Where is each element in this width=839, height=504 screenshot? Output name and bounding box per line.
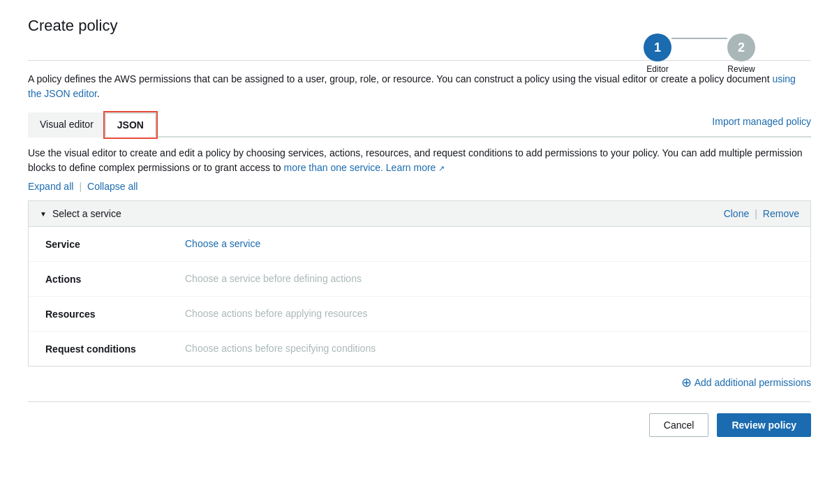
step-2: 2 Review <box>727 34 755 74</box>
collapse-all-link[interactable]: Collapse all <box>87 181 138 192</box>
policy-description: A policy defines the AWS permissions tha… <box>28 72 811 101</box>
step-2-circle: 2 <box>727 34 755 61</box>
request-conditions-label: Request conditions <box>45 343 185 355</box>
expand-all-link[interactable]: Expand all <box>28 181 73 192</box>
permission-row-service: Service Choose a service <box>29 227 810 262</box>
request-conditions-placeholder: Choose actions before specifying conditi… <box>185 343 376 354</box>
tab-json[interactable]: JSON <box>105 112 156 138</box>
cancel-button[interactable]: Cancel <box>649 413 709 437</box>
resources-placeholder: Choose actions before applying resources <box>185 308 368 319</box>
permission-block: ▼ Select a service Clone | Remove Servic… <box>28 200 811 366</box>
step-1-circle: 1 <box>644 34 671 61</box>
tabs-container: Visual editor JSON <box>28 112 156 136</box>
review-policy-button[interactable]: Review policy <box>717 413 811 437</box>
stepper: 1 Editor 2 Review <box>644 34 755 74</box>
permission-row-actions: Actions Choose a service before defining… <box>29 262 810 297</box>
learn-more-link[interactable]: Learn more ↗ <box>386 162 445 173</box>
permission-block-actions: Clone | Remove <box>724 208 799 219</box>
visual-editor-description: Use the visual editor to create and edit… <box>28 138 811 181</box>
more-than-one-service-link[interactable]: more than one service. <box>284 162 383 173</box>
actions-label: Actions <box>45 273 185 285</box>
page-title: Create policy <box>28 17 117 35</box>
add-permissions-row: ⊕ Add additional permissions <box>28 375 811 390</box>
add-permissions-label: Add additional permissions <box>695 377 811 388</box>
footer-actions: Cancel Review policy <box>28 401 811 437</box>
clone-link[interactable]: Clone <box>724 208 750 219</box>
external-link-icon: ↗ <box>438 164 445 172</box>
description-text-part1: A policy defines the AWS permissions tha… <box>28 73 770 84</box>
permission-block-title: ▼ Select a service <box>40 208 121 219</box>
add-icon: ⊕ <box>681 375 692 390</box>
expand-collapse-row: Expand all | Collapse all <box>28 181 811 192</box>
actions-placeholder: Choose a service before defining actions <box>185 273 362 284</box>
permission-block-title-text: Select a service <box>52 208 121 219</box>
actions-divider: | <box>755 208 757 219</box>
step-1: 1 Editor <box>644 34 671 74</box>
tabs-row: Visual editor JSON Import managed policy <box>28 112 811 138</box>
step-2-label: Review <box>727 64 755 74</box>
import-managed-policy-link[interactable]: Import managed policy <box>712 116 811 133</box>
permission-block-header: ▼ Select a service Clone | Remove <box>29 201 810 227</box>
service-label: Service <box>45 238 185 250</box>
step-connector <box>671 38 727 39</box>
add-additional-permissions-link[interactable]: ⊕ Add additional permissions <box>681 375 811 390</box>
expand-collapse-divider: | <box>79 181 82 192</box>
choose-service-link[interactable]: Choose a service <box>185 238 260 249</box>
remove-link[interactable]: Remove <box>763 208 799 219</box>
permission-row-request-conditions: Request conditions Choose actions before… <box>29 332 810 366</box>
permission-row-resources: Resources Choose actions before applying… <box>29 297 810 332</box>
resources-label: Resources <box>45 308 185 320</box>
step-1-label: Editor <box>646 64 668 74</box>
tab-visual-editor[interactable]: Visual editor <box>28 112 105 138</box>
chevron-down-icon: ▼ <box>40 210 47 218</box>
permission-block-body: Service Choose a service Actions Choose … <box>29 227 810 366</box>
